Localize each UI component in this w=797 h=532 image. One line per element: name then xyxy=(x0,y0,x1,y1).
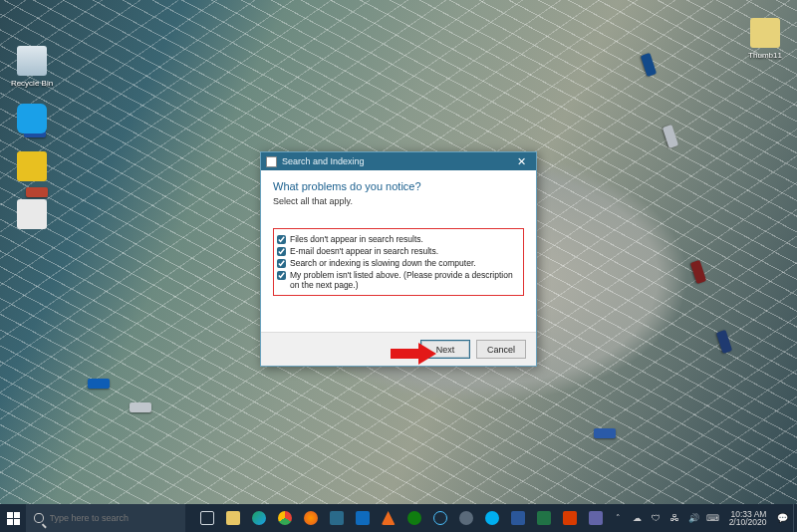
option-label: Files don't appear in search results. xyxy=(290,234,423,244)
desktop-icon-label: Thumb11 xyxy=(741,51,789,60)
desktop-icon-app3[interactable] xyxy=(8,199,56,232)
task-view-icon xyxy=(200,511,214,525)
file-icon xyxy=(750,18,780,48)
taskbar-app-chrome[interactable] xyxy=(273,511,297,525)
taskbar-app-settings[interactable] xyxy=(454,511,478,525)
taskbar-app-store[interactable] xyxy=(325,511,349,525)
firefox-icon xyxy=(304,511,318,525)
keyboard-icon: ⌨ xyxy=(706,513,719,523)
taskbar-app-utility[interactable] xyxy=(584,511,608,525)
network-icon: 🖧 xyxy=(670,513,679,523)
cloud-icon: ☁ xyxy=(633,513,642,523)
dialog-titlebar[interactable]: Search and Indexing ✕ xyxy=(261,152,536,170)
tray-onedrive[interactable]: ☁ xyxy=(631,512,644,525)
taskbar-app-mail[interactable] xyxy=(351,511,375,525)
decor-car xyxy=(641,53,657,77)
taskbar-app-excel[interactable] xyxy=(532,511,556,525)
system-tray: ˄ ☁ 🛡 🖧 🔊 ⌨ xyxy=(608,512,723,525)
tray-input[interactable]: ⌨ xyxy=(706,512,719,525)
app-icon xyxy=(17,151,47,181)
snip-icon xyxy=(563,511,577,525)
cortana-icon xyxy=(433,511,447,525)
store-icon xyxy=(330,511,344,525)
troubleshooter-dialog: Search and Indexing ✕ What problems do y… xyxy=(260,151,537,367)
desktop-icon-app2[interactable] xyxy=(8,151,56,184)
taskbar-app-word[interactable] xyxy=(506,511,530,525)
dialog-body: What problems do you notice? Select all … xyxy=(261,170,536,296)
volume-icon: 🔊 xyxy=(688,513,699,523)
decor-car xyxy=(26,187,48,197)
app-icon xyxy=(17,104,47,133)
option-label: My problem isn't listed above. (Please p… xyxy=(290,270,520,290)
taskbar-pinned-apps xyxy=(185,511,608,525)
option-email[interactable]: E-mail doesn't appear in search results. xyxy=(277,245,520,257)
taskbar-app-vlc[interactable] xyxy=(377,511,400,525)
dialog-subheading: Select all that apply. xyxy=(273,196,524,206)
shield-icon: 🛡 xyxy=(652,513,661,523)
cancel-button[interactable]: Cancel xyxy=(476,340,526,359)
option-checkbox[interactable] xyxy=(277,235,286,244)
windows-logo-icon xyxy=(7,512,20,525)
button-label: Cancel xyxy=(487,345,515,355)
word-icon xyxy=(511,511,525,525)
decor-car xyxy=(690,260,706,284)
close-icon: ✕ xyxy=(517,155,526,168)
option-label: E-mail doesn't appear in search results. xyxy=(290,246,438,256)
mail-icon xyxy=(356,511,370,525)
dialog-heading: What problems do you notice? xyxy=(273,180,524,192)
taskbar-clock[interactable]: 10:33 AM 2/10/2020 xyxy=(723,510,773,527)
taskbar-app-snip[interactable] xyxy=(558,511,582,525)
problem-options-group: Files don't appear in search results. E-… xyxy=(273,228,524,296)
next-button[interactable]: Next xyxy=(420,340,470,359)
dialog-title: Search and Indexing xyxy=(282,156,506,166)
desktop-icon-app1[interactable] xyxy=(8,104,56,136)
tray-volume[interactable]: 🔊 xyxy=(687,512,700,525)
tray-network[interactable]: 🖧 xyxy=(668,512,681,525)
search-input[interactable] xyxy=(50,513,177,523)
dialog-footer: Next Cancel xyxy=(261,332,536,366)
option-checkbox[interactable] xyxy=(277,259,286,268)
option-checkbox[interactable] xyxy=(277,247,286,256)
chevron-up-icon: ˄ xyxy=(616,513,621,523)
option-slowing[interactable]: Search or indexing is slowing down the c… xyxy=(277,257,520,269)
show-desktop-button[interactable] xyxy=(793,504,797,532)
decor-car xyxy=(130,402,151,412)
gear-icon xyxy=(459,511,473,525)
vlc-icon xyxy=(382,511,396,525)
button-label: Next xyxy=(436,345,455,355)
start-button[interactable] xyxy=(0,504,26,532)
decor-car xyxy=(716,330,732,354)
excel-icon xyxy=(537,511,551,525)
decor-car xyxy=(594,428,616,438)
wizard-icon xyxy=(266,156,277,167)
taskbar-app-xbox[interactable] xyxy=(402,511,426,525)
app-icon xyxy=(17,199,47,229)
option-files[interactable]: Files don't appear in search results. xyxy=(277,233,520,245)
recycle-bin-icon xyxy=(17,46,47,76)
desktop-icon-thumbs[interactable]: Thumb11 xyxy=(741,18,789,60)
edge-icon xyxy=(252,511,266,525)
taskbar-app-explorer[interactable] xyxy=(221,511,245,525)
option-not-listed[interactable]: My problem isn't listed above. (Please p… xyxy=(277,269,520,291)
taskbar: ˄ ☁ 🛡 🖧 🔊 ⌨ 10:33 AM 2/10/2020 💬 xyxy=(0,504,797,532)
task-view-button[interactable] xyxy=(195,511,219,525)
tray-overflow[interactable]: ˄ xyxy=(612,512,625,525)
notification-icon: 💬 xyxy=(777,513,788,523)
decor-car xyxy=(88,379,110,389)
desktop-icon-label: Recycle Bin xyxy=(8,79,56,88)
desktop-icon-recycle-bin[interactable]: Recycle Bin xyxy=(8,46,56,88)
tray-security[interactable]: 🛡 xyxy=(650,512,663,525)
option-checkbox[interactable] xyxy=(277,271,286,280)
taskbar-app-edge[interactable] xyxy=(247,511,271,525)
chrome-icon xyxy=(278,511,292,525)
taskbar-search[interactable] xyxy=(26,504,184,532)
taskbar-app-skype[interactable] xyxy=(480,511,504,525)
decor-car xyxy=(663,125,678,148)
utility-icon xyxy=(589,511,603,525)
taskbar-app-firefox[interactable] xyxy=(299,511,323,525)
close-button[interactable]: ✕ xyxy=(506,152,536,170)
search-icon xyxy=(34,513,43,523)
taskbar-app-cortana[interactable] xyxy=(428,511,452,525)
action-center-button[interactable]: 💬 xyxy=(772,513,793,523)
option-label: Search or indexing is slowing down the c… xyxy=(290,258,476,268)
